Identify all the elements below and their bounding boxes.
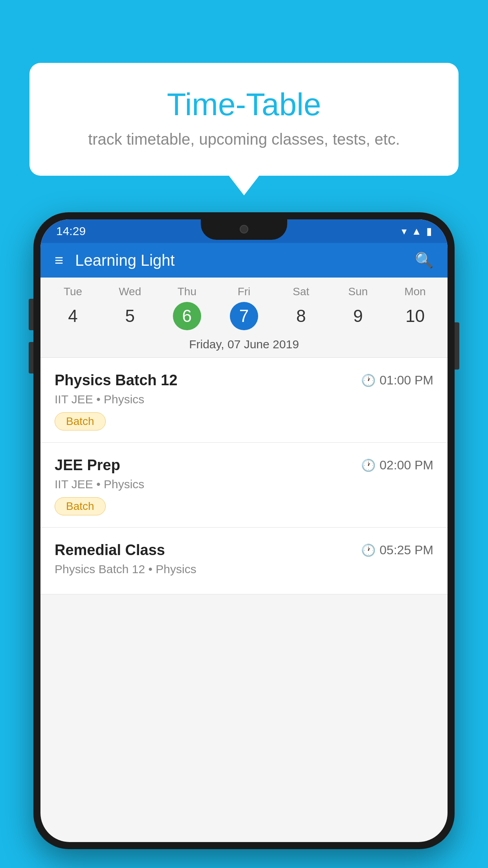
phone-body: 14:29 ▾ ▲ ▮ ≡ Learning Light 🔍 Tue 4 <box>33 212 455 849</box>
item-2-badge: Batch <box>55 497 106 515</box>
phone-screen: 14:29 ▾ ▲ ▮ ≡ Learning Light 🔍 Tue 4 <box>40 219 448 842</box>
clock-icon-2: 🕐 <box>361 458 376 472</box>
item-1-time: 🕐 01:00 PM <box>361 373 433 388</box>
menu-icon[interactable]: ≡ <box>55 252 63 269</box>
schedule-item-1[interactable]: Physics Batch 12 🕐 01:00 PM IIT JEE • Ph… <box>40 358 448 443</box>
schedule-item-3[interactable]: Remedial Class 🕐 05:25 PM Physics Batch … <box>40 528 448 594</box>
calendar-day-fri[interactable]: Fri 7 <box>215 285 272 330</box>
day-number-tue: 4 <box>59 302 87 330</box>
item-2-time: 🕐 02:00 PM <box>361 458 433 473</box>
volume-down-button <box>29 342 33 373</box>
schedule-list: Physics Batch 12 🕐 01:00 PM IIT JEE • Ph… <box>40 358 448 594</box>
calendar-day-sat[interactable]: Sat 8 <box>273 285 330 330</box>
item-1-name: Physics Batch 12 <box>55 372 178 389</box>
item-3-header: Remedial Class 🕐 05:25 PM <box>55 542 433 559</box>
calendar-day-thu[interactable]: Thu 6 <box>158 285 215 330</box>
front-camera <box>240 225 248 234</box>
status-time: 14:29 <box>56 224 86 238</box>
day-name-sun: Sun <box>330 285 387 298</box>
speech-bubble: Time-Table track timetable, upcoming cla… <box>29 63 459 176</box>
phone-notch <box>201 219 287 240</box>
search-icon[interactable]: 🔍 <box>415 252 433 269</box>
calendar-day-sun[interactable]: Sun 9 <box>330 285 387 330</box>
item-2-header: JEE Prep 🕐 02:00 PM <box>55 457 433 474</box>
day-number-thu: 6 <box>173 302 201 330</box>
volume-up-button <box>29 299 33 330</box>
bubble-title: Time-Table <box>53 86 435 123</box>
day-number-fri: 7 <box>230 302 258 330</box>
signal-icon: ▲ <box>411 225 422 237</box>
clock-icon-3: 🕐 <box>361 543 376 557</box>
item-1-subtitle: IIT JEE • Physics <box>55 393 433 406</box>
calendar-day-wed[interactable]: Wed 5 <box>101 285 158 330</box>
day-name-sat: Sat <box>273 285 330 298</box>
power-button <box>455 322 459 370</box>
day-name-tue: Tue <box>44 285 101 298</box>
wifi-icon: ▾ <box>402 225 407 237</box>
day-name-mon: Mon <box>387 285 444 298</box>
selected-date-label: Friday, 07 June 2019 <box>40 332 448 358</box>
calendar-days-header: Tue 4 Wed 5 Thu 6 Fri 7 <box>40 278 448 332</box>
bubble-subtitle: track timetable, upcoming classes, tests… <box>53 131 435 148</box>
day-name-thu: Thu <box>158 285 215 298</box>
status-icons: ▾ ▲ ▮ <box>402 225 432 237</box>
day-number-sun: 9 <box>344 302 372 330</box>
day-number-mon: 10 <box>401 302 429 330</box>
app-bar-title: Learning Light <box>75 252 403 269</box>
calendar-day-tue[interactable]: Tue 4 <box>44 285 101 330</box>
item-1-header: Physics Batch 12 🕐 01:00 PM <box>55 372 433 389</box>
day-number-wed: 5 <box>116 302 144 330</box>
phone-mockup: 14:29 ▾ ▲ ▮ ≡ Learning Light 🔍 Tue 4 <box>33 212 455 849</box>
item-3-subtitle: Physics Batch 12 • Physics <box>55 563 433 576</box>
day-name-wed: Wed <box>101 285 158 298</box>
item-3-time: 🕐 05:25 PM <box>361 543 433 557</box>
day-number-sat: 8 <box>287 302 315 330</box>
calendar-section: Tue 4 Wed 5 Thu 6 Fri 7 <box>40 278 448 358</box>
item-1-badge: Batch <box>55 412 106 430</box>
item-2-subtitle: IIT JEE • Physics <box>55 478 433 491</box>
clock-icon-1: 🕐 <box>361 373 376 387</box>
day-name-fri: Fri <box>215 285 272 298</box>
calendar-day-mon[interactable]: Mon 10 <box>387 285 444 330</box>
battery-icon: ▮ <box>426 225 432 237</box>
item-2-name: JEE Prep <box>55 457 120 474</box>
app-bar: ≡ Learning Light 🔍 <box>40 243 448 278</box>
schedule-item-2[interactable]: JEE Prep 🕐 02:00 PM IIT JEE • Physics Ba… <box>40 443 448 528</box>
item-3-name: Remedial Class <box>55 542 165 559</box>
